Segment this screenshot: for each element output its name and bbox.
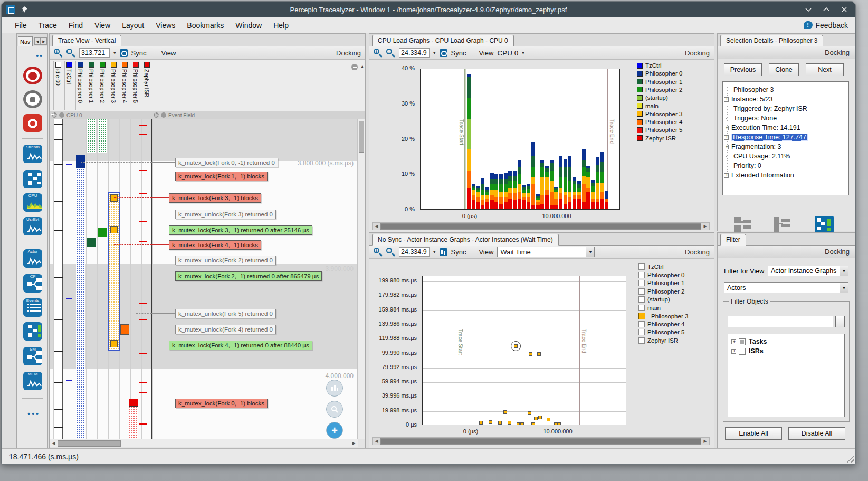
legend-item[interactable]: main: [637, 103, 659, 109]
expand-icon[interactable]: [724, 145, 729, 149]
zoom-dropdown-icon[interactable]: ▾: [433, 249, 436, 254]
tree-item[interactable]: Philosopher 3: [733, 86, 774, 93]
philosopher3-selected-instance[interactable]: [108, 192, 120, 351]
zoom-in-icon[interactable]: +: [374, 248, 383, 257]
legend-checkbox[interactable]: [638, 321, 645, 327]
menu-window[interactable]: Window: [230, 19, 268, 32]
trace-vertical-scrollbar[interactable]: [357, 119, 365, 439]
tree-row[interactable]: Philosopher 3: [723, 85, 848, 95]
wait-time-point[interactable]: [503, 410, 507, 414]
zoom-out-icon[interactable]: −: [66, 49, 75, 58]
column-header-tzctrl[interactable]: TzCtrl: [64, 61, 74, 110]
menu-help[interactable]: Help: [268, 19, 294, 32]
docking-menu[interactable]: Docking: [718, 246, 855, 258]
section-event-field[interactable]: Event Field: [151, 111, 365, 119]
wait-time-point[interactable]: [479, 421, 483, 425]
event-label[interactable]: k_mutex_lock(Fork 3, -1) returned 0 afte…: [169, 225, 312, 235]
legend-checkbox[interactable]: [638, 280, 645, 286]
expand-icon[interactable]: [724, 126, 729, 130]
sidebar-item-memory-heap[interactable]: MEM: [23, 372, 42, 390]
legend-item[interactable]: TzCtrl: [637, 62, 662, 69]
zoom-in-icon[interactable]: +: [54, 49, 63, 58]
tree-item[interactable]: Tasks: [749, 338, 767, 345]
clone-button[interactable]: Clone: [769, 63, 799, 76]
event-label[interactable]: k_mutex_lock(Fork 2, -1) returned 0 afte…: [175, 271, 322, 281]
close-icon[interactable]: [837, 4, 851, 15]
actor-horizontal-scrollbar[interactable]: ◀ ▶: [372, 437, 710, 445]
legend-checkbox[interactable]: [638, 288, 645, 295]
column-header-philosopher-4[interactable]: Philosopher 4: [120, 61, 129, 110]
legend-checkbox[interactable]: [638, 272, 645, 278]
event-label[interactable]: k_mutex_unlock(Fork 5) returned 0: [175, 309, 276, 318]
zoom-in-icon[interactable]: +: [374, 49, 383, 58]
tree-item[interactable]: Triggered by: Zephyr ISR: [733, 105, 807, 112]
view-menu[interactable]: View: [479, 49, 493, 57]
legend-checkbox[interactable]: [638, 337, 645, 344]
filter-objects-tree[interactable]: TasksISRs: [728, 334, 845, 417]
legend-item[interactable]: main: [638, 305, 661, 311]
scroll-left-icon[interactable]: ◀: [373, 438, 380, 445]
filter-category-dropdown[interactable]: Actors ▼: [724, 282, 848, 293]
wait-time-point[interactable]: [557, 422, 561, 425]
scroll-up-icon[interactable]: ▲: [359, 64, 366, 70]
legend-item[interactable]: Zephyr ISR: [637, 135, 676, 142]
tree-item[interactable]: Execution Time: 14.191: [731, 124, 800, 131]
gear-icon[interactable]: [154, 112, 159, 118]
menu-layout[interactable]: Layout: [116, 19, 150, 32]
event-label[interactable]: k_mutex_unlock(Fork 2) returned 0: [175, 256, 276, 265]
wait-time-point[interactable]: [520, 422, 524, 425]
event-label[interactable]: k_mutex_lock(Fork 0, -1) returned 0: [175, 158, 278, 167]
collapse-icon[interactable]: [161, 112, 166, 118]
tree-row[interactable]: Tasks: [730, 337, 844, 346]
tab-actor-instances[interactable]: No Sync - Actor Instance Graphs - Actor …: [372, 234, 559, 246]
layout-option-icon[interactable]: [772, 215, 792, 233]
legend-item[interactable]: Philosopher 3: [637, 111, 682, 117]
sidebar-item-user-events[interactable]: UsrEvt: [23, 217, 42, 235]
layout-option-active-icon[interactable]: [814, 215, 834, 233]
tree-row[interactable]: Triggered by: Zephyr ISR: [723, 104, 848, 114]
trace-zoom-value[interactable]: 313.721: [79, 48, 110, 58]
layout-option-icon[interactable]: [732, 215, 752, 233]
tree-item-selected[interactable]: Response Time: 127.747: [731, 134, 808, 141]
event-label[interactable]: k_mutex_lock(Fork 4, -1) blocks: [169, 240, 261, 250]
tree-item[interactable]: Priority: 0: [733, 162, 761, 169]
menu-bookmarks[interactable]: Bookmarks: [181, 19, 230, 32]
tree-row[interactable]: Instance: 5/23: [723, 95, 848, 104]
sidebar-more-dots[interactable]: •••: [27, 410, 40, 418]
zoom-out-icon[interactable]: −: [386, 49, 395, 58]
wait-time-point[interactable]: [528, 411, 531, 415]
event-label[interactable]: k_mutex_unlock(Fork 4) returned 0: [175, 325, 276, 334]
scroll-left-icon[interactable]: ◀: [373, 223, 380, 230]
sidebar-item-cpu-load-graph[interactable]: CPU: [23, 193, 42, 212]
sync-menu[interactable]: Sync: [451, 248, 466, 256]
column-header-philosopher-5[interactable]: Philosopher 5: [131, 61, 140, 110]
resize-grip[interactable]: [846, 455, 854, 463]
legend-item[interactable]: Philosopher 2: [637, 87, 682, 93]
next-button[interactable]: Next: [806, 63, 844, 76]
tree-checkbox[interactable]: [739, 348, 746, 355]
legend-item[interactable]: Philosopher 4: [638, 321, 684, 327]
legend-item[interactable]: Philosopher 0: [637, 70, 682, 77]
expand-icon[interactable]: [724, 173, 729, 178]
pin-icon[interactable]: [21, 6, 28, 13]
legend-item[interactable]: Zephyr ISR: [638, 337, 678, 344]
legend-checkbox[interactable]: [638, 329, 645, 335]
docking-menu[interactable]: Docking: [685, 248, 710, 256]
legend-item[interactable]: Philosopher 3: [638, 313, 688, 319]
view-menu[interactable]: View: [161, 49, 176, 57]
legend-item[interactable]: (startup): [637, 95, 668, 101]
column-header-philosopher-2[interactable]: Philosopher 2: [98, 61, 107, 110]
tree-row[interactable]: Priority: 0: [723, 161, 848, 171]
filter-search-button[interactable]: [835, 316, 845, 327]
expand-icon[interactable]: [731, 349, 736, 354]
column-header-philosopher-1[interactable]: Philosopher 1: [87, 61, 96, 110]
sync-icon[interactable]: [440, 248, 447, 256]
expand-icon[interactable]: [724, 97, 729, 102]
view-menu[interactable]: View: [479, 248, 493, 256]
legend-checkbox[interactable]: [638, 263, 645, 270]
sidebar-item-event-log[interactable]: Events: [23, 298, 42, 317]
event-label[interactable]: k_mutex_unlock(Fork 3) returned 0: [175, 210, 276, 219]
legend-item[interactable]: Philosopher 5: [638, 329, 684, 335]
tree-row[interactable]: Execution Time: 14.191: [723, 123, 848, 133]
feedback-button[interactable]: ! Feedback: [804, 21, 848, 30]
